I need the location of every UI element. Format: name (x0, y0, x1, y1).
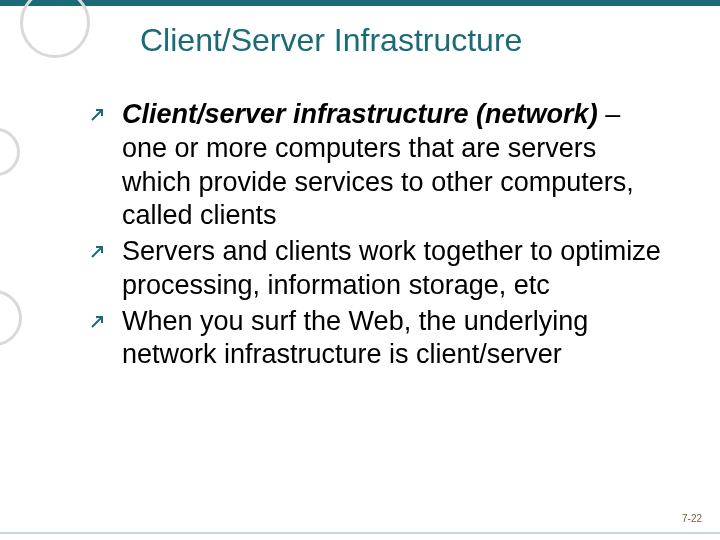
page-number: 7-22 (682, 513, 702, 524)
decorative-circle (0, 128, 20, 176)
top-divider (0, 0, 720, 6)
bullet-text: When you surf the Web, the underlying ne… (122, 305, 670, 373)
bullet-rest: When you surf the Web, the underlying ne… (122, 306, 588, 370)
bullet-emphasis: Client/server infrastructure (network) (122, 99, 598, 129)
decorative-circle (20, 0, 90, 58)
bullet-item: Client/server infrastructure (network) –… (90, 98, 670, 233)
bottom-divider (0, 532, 720, 534)
arrow-up-right-icon (90, 98, 122, 122)
bullet-text: Client/server infrastructure (network) –… (122, 98, 670, 233)
arrow-up-right-icon (90, 305, 122, 329)
bullet-text: Servers and clients work together to opt… (122, 235, 670, 303)
slide-title: Client/Server Infrastructure (140, 22, 522, 59)
bullet-item: When you surf the Web, the underlying ne… (90, 305, 670, 373)
bullet-item: Servers and clients work together to opt… (90, 235, 670, 303)
slide-content: Client/server infrastructure (network) –… (90, 98, 670, 374)
arrow-up-right-icon (90, 235, 122, 259)
slide: Client/Server Infrastructure Client/serv… (0, 0, 720, 540)
decorative-circle (0, 290, 22, 346)
bullet-rest: Servers and clients work together to opt… (122, 236, 661, 300)
